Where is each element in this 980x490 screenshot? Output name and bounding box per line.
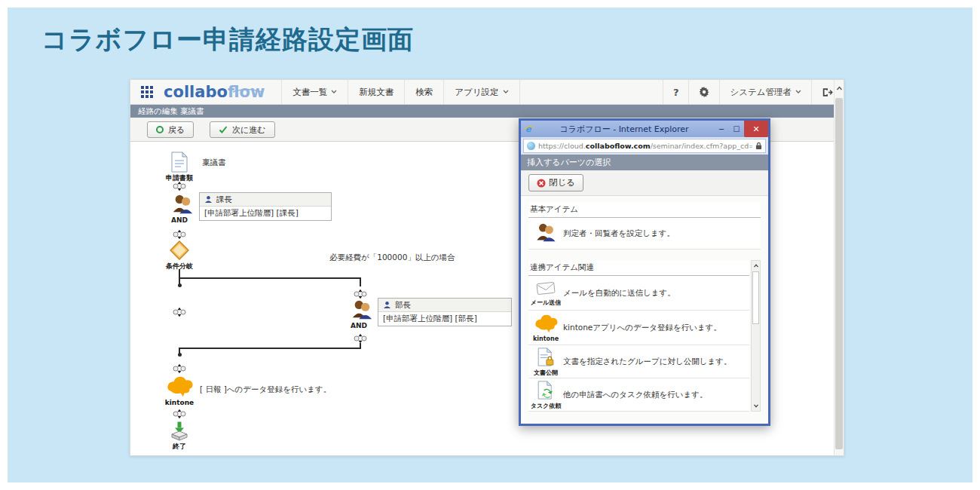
item-doc-publish[interactable]: 文書公開 文書を指定されたグループに対し公開します。 — [528, 345, 749, 378]
menu-new-document[interactable]: 新規文書 — [348, 80, 404, 104]
back-button[interactable]: 戻る — [147, 121, 194, 138]
approver1-operator: AND — [153, 216, 206, 224]
url-field[interactable]: https://cloud.collaboflow.com/seminar/in… — [523, 139, 766, 153]
approver2-node-icon[interactable] — [351, 299, 373, 323]
url-domain: collaboflow.com — [586, 142, 651, 150]
item-icon-label: タスク依頼 — [528, 402, 563, 410]
app-header: collaboflow 文書一覧 新規文書 検索 アプリ設定 — [130, 80, 844, 105]
section-basic-items-title: 基本アイテム — [528, 202, 761, 218]
insert-point-icon[interactable] — [173, 408, 186, 418]
svg-text:e: e — [525, 124, 532, 134]
item-desc: メールを自動的に送信します。 — [563, 288, 675, 299]
section-integration-items: 連携アイテム関連 メール送信 メールを自動的に送信します。 kintone ki… — [528, 260, 761, 412]
menu-search[interactable]: 検索 — [404, 80, 443, 104]
item-desc: 他の申請書へのタスク依頼を行います。 — [563, 390, 707, 400]
menu-label: アプリ設定 — [455, 87, 498, 98]
branch-line — [179, 348, 361, 349]
back-icon — [156, 126, 164, 133]
approver1-detail: [申請部署上位階層] [課長] — [200, 207, 331, 220]
approver1-box[interactable]: 課長 [申請部署上位階層] [課長] — [199, 192, 332, 221]
app-launcher-icon[interactable] — [141, 86, 153, 98]
insert-point-icon[interactable] — [354, 332, 367, 343]
item-desc: kintoneアプリへのデータ登録を行います。 — [563, 323, 721, 333]
scroll-up-icon[interactable] — [835, 84, 844, 92]
menu-app-settings[interactable]: アプリ設定 — [443, 80, 519, 104]
next-button[interactable]: 次に進む — [210, 121, 275, 138]
url-pre: https://cloud. — [538, 142, 586, 150]
ie-address-bar[interactable]: https://cloud.collaboflow.com/seminar/in… — [521, 137, 768, 155]
document-node-icon[interactable] — [170, 152, 189, 176]
help-button[interactable]: ? — [663, 80, 689, 104]
user-menu[interactable]: システム管理者 — [719, 80, 811, 104]
chevron-down-icon — [503, 90, 509, 94]
branch-line — [179, 277, 361, 279]
scroll-down-icon[interactable] — [752, 403, 760, 409]
url-path: /seminar/index.cfm?app_cd=1&fuseaction — [651, 142, 752, 150]
menu-label: 新規文書 — [359, 87, 394, 98]
insert-point-icon[interactable] — [173, 228, 186, 239]
insert-point-icon[interactable] — [173, 363, 186, 373]
document-name: 稟議書 — [202, 158, 226, 168]
ie-titlebar[interactable]: e コラボフロー - Internet Explorer ─ ☐ ✕ — [521, 121, 768, 137]
logo-wave-icon — [231, 79, 263, 97]
popup-scrollbar-thumb[interactable] — [752, 271, 759, 324]
kintone-node-label: kintone — [153, 399, 206, 406]
insert-point-icon[interactable] — [173, 306, 186, 317]
person-icon — [383, 301, 391, 309]
logo-collabo: collabo — [164, 83, 228, 101]
insert-point-icon[interactable] — [173, 180, 186, 191]
branch-line — [360, 277, 361, 286]
condition-node-icon[interactable] — [170, 240, 189, 263]
help-label: ? — [673, 87, 679, 98]
item-icon-label: 文書公開 — [528, 369, 563, 377]
approver2-detail: [申請部署上位階層] [部長] — [378, 312, 511, 326]
section-integration-title: 連携アイテム関連 — [528, 260, 749, 276]
maximize-button[interactable]: ☐ — [729, 121, 744, 137]
minimize-button[interactable]: ─ — [714, 121, 729, 137]
mail-icon: メール送信 — [528, 278, 563, 308]
menu-document-list[interactable]: 文書一覧 — [281, 80, 348, 104]
item-mail-send[interactable]: メール送信 メールを自動的に送信します。 — [528, 276, 749, 311]
insert-point-icon[interactable] — [354, 288, 367, 299]
condition-text: 必要経費が「100000」以上の場合 — [329, 253, 455, 263]
close-window-button[interactable]: ✕ — [744, 121, 768, 137]
approver2-box[interactable]: 部長 [申請部署上位階層] [部長] — [378, 298, 512, 326]
approver1-title: 課長 — [216, 194, 232, 205]
task-request-icon: タスク依頼 — [528, 378, 563, 411]
lock-icon — [755, 142, 762, 150]
item-approver[interactable]: 判定者・回覧者を設定します。 — [528, 218, 761, 250]
approver1-node-icon[interactable] — [171, 194, 194, 218]
close-dialog-label: 閉じる — [549, 177, 575, 188]
settings-gear-button[interactable] — [688, 80, 719, 104]
close-dialog-button[interactable]: 閉じる — [528, 174, 583, 191]
item-desc: 判定者・回覧者を設定します。 — [563, 228, 675, 239]
page-title: コラボフロー申請経路設定画面 — [41, 23, 414, 57]
popup-scrollbar[interactable] — [751, 260, 761, 412]
end-node-icon[interactable] — [170, 421, 189, 444]
header-right-controls: ? システム管理者 — [663, 80, 844, 104]
item-kintone[interactable]: kintone kintoneアプリへのデータ登録を行います。 — [528, 311, 749, 345]
approver-icon — [528, 220, 563, 247]
item-task-request[interactable]: タスク依頼 他の申請書へのタスク依頼を行います。 — [528, 378, 749, 412]
ie-window-buttons: ─ ☐ ✕ — [714, 121, 768, 137]
menu-label: 検索 — [415, 87, 433, 98]
app-scrollbar-thumb[interactable] — [835, 98, 843, 449]
kintone-node-icon[interactable] — [165, 375, 194, 401]
gear-icon — [699, 87, 709, 97]
collaboflow-logo: collaboflow — [164, 83, 265, 101]
ie-popup-window: e コラボフロー - Internet Explorer ─ ☐ ✕ https… — [519, 118, 770, 426]
logout-icon — [822, 87, 834, 97]
popup-toolbar: 閉じる — [521, 170, 768, 196]
kintone-icon: kintone — [528, 312, 563, 343]
branch-dot — [178, 283, 182, 287]
approver2-box-header: 部長 — [378, 299, 511, 312]
approver1-box-header: 課長 — [200, 193, 331, 207]
menu-label: 文書一覧 — [292, 87, 327, 98]
app-scrollbar[interactable] — [834, 80, 844, 455]
branch-dot — [178, 353, 182, 357]
chevron-down-icon — [331, 90, 337, 94]
ie-logo-icon: e — [524, 124, 534, 134]
person-icon — [204, 195, 213, 204]
item-icon-label: kintone — [528, 335, 563, 342]
scroll-up-icon[interactable] — [752, 262, 760, 269]
